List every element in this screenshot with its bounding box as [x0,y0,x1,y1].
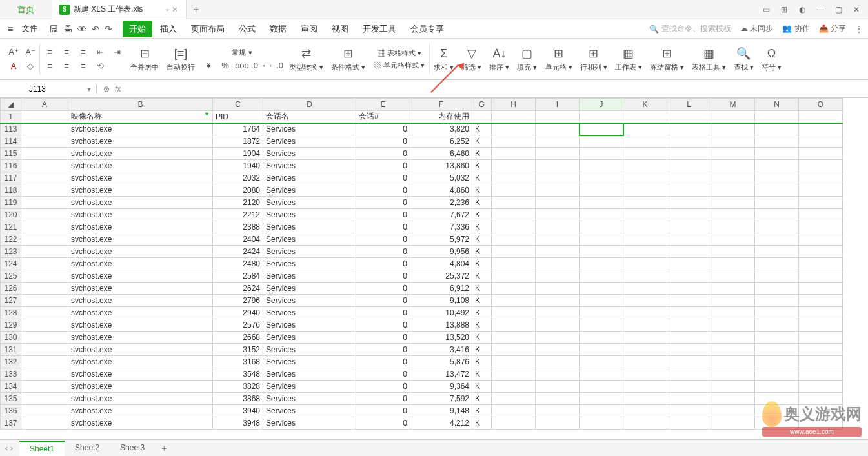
header-cell[interactable]: 映像名称▼ [68,111,213,123]
cell[interactable] [667,233,711,246]
cell[interactable] [711,283,755,295]
cell[interactable] [755,209,799,221]
cell[interactable] [667,160,711,172]
cell[interactable] [799,344,843,356]
find-button[interactable]: 🔍查找 ▾ [730,46,758,72]
col-header-I[interactable]: I [536,99,580,111]
cell[interactable] [536,172,580,184]
cell[interactable] [536,405,580,417]
cell[interactable]: svchost.exe [68,356,213,368]
sheet-prev-icon[interactable]: ‹ [5,444,8,453]
cell[interactable] [623,307,667,319]
cell[interactable]: K [472,246,492,258]
row-header[interactable]: 126 [1,283,21,295]
cell[interactable]: K [472,283,492,295]
cell[interactable]: 1940 [213,160,263,172]
cancel-fx-icon[interactable]: ⊗ [103,84,110,94]
cell[interactable]: 0 [356,356,410,368]
cell[interactable]: K [472,368,492,381]
col-header-K[interactable]: K [623,99,667,111]
cell[interactable] [536,368,580,381]
cell[interactable] [711,197,755,209]
cell[interactable]: K [472,344,492,356]
cell[interactable] [623,270,667,283]
cell[interactable] [492,270,536,283]
row-header[interactable]: 114 [1,135,21,148]
print-icon[interactable]: 🖶 [63,24,72,34]
cell[interactable]: Services [263,172,356,184]
cell[interactable]: 2080 [213,184,263,197]
ribbon-tab-2[interactable]: 页面布局 [185,21,231,37]
cell[interactable]: 0 [356,405,410,417]
cell[interactable] [799,197,843,209]
tab-close-icon[interactable]: ✕ [172,5,178,14]
row-header[interactable]: 115 [1,148,21,160]
cell[interactable] [623,233,667,246]
cell[interactable]: 13,860 [410,160,472,172]
col-header-F[interactable]: F [410,99,472,111]
cell[interactable] [755,135,799,148]
cell[interactable] [799,135,843,148]
cell[interactable] [799,258,843,270]
cell[interactable] [623,368,667,381]
symbol-button[interactable]: Ω符号 ▾ [758,46,785,72]
cell[interactable] [536,356,580,368]
cell[interactable] [799,283,843,295]
chevron-down-icon[interactable]: ▾ [87,84,91,94]
cell[interactable] [492,368,536,381]
cell[interactable]: Services [263,148,356,160]
cell[interactable] [799,270,843,283]
share-button[interactable]: 📤 分享 [819,23,846,34]
cell[interactable] [667,258,711,270]
cell[interactable] [623,123,667,135]
close-icon[interactable]: ✕ [850,3,863,16]
cell[interactable] [623,344,667,356]
ribbon-tab-7[interactable]: 开发工具 [356,21,403,37]
cell[interactable] [667,270,711,283]
align-top-icon[interactable]: ≡ [43,46,57,59]
cell[interactable]: K [472,319,492,332]
cell[interactable] [667,135,711,148]
spreadsheet-grid[interactable]: ◢ABCDEFGHIJKLMNO 1 映像名称▼ PID 会话名 会话# 内存使… [0,98,868,446]
cell[interactable] [711,221,755,233]
cell[interactable]: K [472,381,492,393]
cell[interactable]: Services [263,160,356,172]
font-inc-icon[interactable]: A⁺ [6,46,21,59]
col-header-E[interactable]: E [356,99,410,111]
cell[interactable] [21,246,68,258]
ribbon-tab-0[interactable]: 开始 [123,21,152,37]
cell[interactable]: 0 [356,221,410,233]
cell[interactable] [580,258,623,270]
cell[interactable]: 13,472 [410,368,472,381]
cell[interactable]: K [472,209,492,221]
cell[interactable] [755,148,799,160]
cell[interactable]: 25,372 [410,270,472,283]
cell[interactable] [711,123,755,135]
cell[interactable]: K [472,148,492,160]
cell[interactable] [536,417,580,430]
cell[interactable]: svchost.exe [68,417,213,430]
orient-icon[interactable]: ⟲ [93,60,107,73]
cell[interactable] [580,417,623,430]
cell[interactable] [580,123,623,135]
cell[interactable]: 2796 [213,295,263,307]
save-icon[interactable]: 🖫 [49,24,58,34]
indent-inc-icon[interactable]: ⇥ [110,46,124,59]
cell[interactable] [667,246,711,258]
cell[interactable] [492,307,536,319]
cell[interactable] [623,184,667,197]
cell[interactable]: Services [263,417,356,430]
cell[interactable]: 1904 [213,148,263,160]
cell[interactable] [580,148,623,160]
cell[interactable]: K [472,307,492,319]
cell[interactable]: 13,520 [410,332,472,344]
cell[interactable] [667,209,711,221]
row-header[interactable]: 116 [1,160,21,172]
cell[interactable] [799,295,843,307]
name-box[interactable]: ▾ [0,84,97,94]
cell[interactable]: 2624 [213,283,263,295]
cell[interactable]: Services [263,221,356,233]
cell[interactable] [21,344,68,356]
cell[interactable] [711,233,755,246]
cell[interactable] [21,319,68,332]
